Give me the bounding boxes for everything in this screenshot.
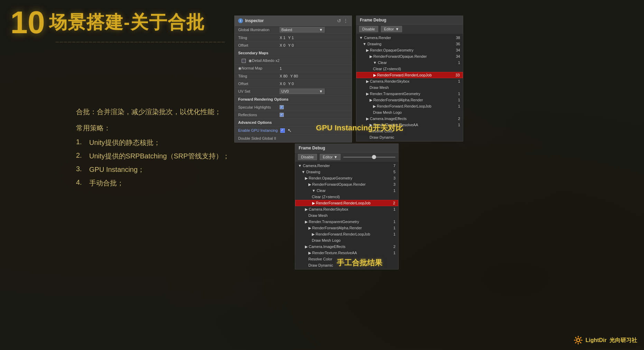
tree-item-label: ▶ RenderForward.RenderLoopJob (312, 232, 390, 237)
inspector-header-left: i Inspector (238, 18, 264, 23)
tree-item-count: 1 (390, 188, 398, 193)
fd-bottom-disable-btn[interactable]: Disable (298, 154, 317, 160)
tree-item-count: 1 (454, 92, 463, 96)
gi-dropdown[interactable]: Baked ▼ (280, 27, 325, 33)
detail-albedo-row: ◉Detail Albedo x2 (235, 57, 352, 65)
global-illumination-row: Global Illumination Baked ▼ (235, 26, 352, 34)
offset2-label: Offset (238, 82, 280, 86)
inspector-info-icon: i (238, 18, 243, 23)
tree-item: ▼ Camera.Render7 (295, 163, 398, 169)
main-description: 合批：合并渲染，减少渲染批次，以优化性能； (76, 107, 230, 117)
tree-item: Draw Mesh (356, 84, 463, 91)
fd-bottom-header: Frame Debug (295, 144, 398, 153)
reflections-label: Reflections (238, 113, 280, 117)
editor-chevron-icon: ▼ (395, 27, 399, 31)
double-sided-row: Double Sided Global Il (235, 135, 352, 142)
brand-area: 🔆 LightDir 光向研习社 (573, 336, 637, 345)
tree-item-label: Clear (Z+stencil) (373, 67, 454, 71)
tree-item[interactable]: ▶ RenderForward.RenderLoopJob33 (356, 72, 463, 78)
tiling-y-item: Y 1 (288, 36, 294, 40)
tree-item-label: ▼ Drawing (363, 42, 454, 46)
detail-albedo-icon (242, 59, 246, 63)
tree-item: ▼ Drawing36 (356, 41, 463, 47)
tree-item: ▼ Clear1 (295, 187, 398, 194)
reflections-checkbox[interactable] (280, 113, 284, 117)
tree-item-label: ▼ Camera.Render (298, 164, 390, 168)
tree-item: Draw Mesh (295, 212, 398, 219)
title-area: 10 场景搭建-关于合批 (10, 7, 205, 38)
tree-item-count: 3 (390, 176, 398, 180)
tree-item: ▶ RenderForwardOpaque.Render3 (295, 181, 398, 187)
tree-item-label: Draw Mesh Logo (373, 110, 454, 114)
list-item: 4.手动合批； (76, 178, 230, 188)
tree-item-label: ▶ RenderForwardOpaque.Render (370, 54, 454, 59)
gpu-instancing-label: Enable GPU Instancing (238, 128, 278, 132)
brand-icon: 🔆 (573, 336, 583, 345)
inspector-header-right: ↺ ⋮ (337, 18, 348, 24)
reflections-row: Reflections (235, 111, 352, 119)
normal-map-label: ◉Normal Map (238, 66, 280, 71)
secondary-maps-title: Secondary Maps (235, 49, 352, 57)
tree-item: ▼ Camera.Render38 (356, 35, 463, 41)
tree-item-count: 1 (390, 226, 398, 230)
inspector-reload-icon[interactable]: ↺ (337, 18, 341, 24)
fd-top-editor-btn[interactable]: Editor ▼ (381, 26, 402, 32)
tiling-xy: X 1 Y 1 (280, 36, 294, 40)
inspector-title: Inspector (245, 18, 264, 23)
tree-item-label: ▶ Render.TransparentGeometry (366, 92, 454, 96)
tree-item-count: 36 (454, 42, 463, 46)
tree-item: ▶ Render.OpaqueGeometry34 (356, 47, 463, 53)
frame-debug-bottom-panel: Frame Debug Disable Editor ▼ ▼ Camera.Re… (295, 144, 399, 269)
gpu-instancing-checkbox[interactable] (280, 128, 285, 133)
offset-row: Offset X 0 Y 0 (235, 42, 352, 49)
tree-item-count: 2 (389, 201, 398, 205)
brand-tagline: 光向研习社 (609, 337, 637, 344)
tree-item-label: ▶ RenderForward.RenderLoopJob (373, 73, 454, 77)
tree-item-count: 1 (454, 79, 463, 83)
uv-set-dropdown[interactable]: UV0 ▼ (280, 89, 325, 94)
tree-item-label: ▶ RenderTexture.ResolveAA (308, 251, 390, 255)
inspector-menu-icon[interactable]: ⋮ (343, 18, 348, 24)
normal-map-value: 1 (280, 66, 348, 71)
tree-item-count: 1 (390, 207, 398, 211)
tree-item-count: 2 (454, 117, 463, 121)
offset2-row: Offset X 0 Y 0 (235, 80, 352, 88)
tree-item-label: ▶ RenderForwardOpaque.Render (308, 182, 390, 187)
tree-item: ▼ Drawing5 (295, 169, 398, 175)
tree-item-label: Draw Mesh Logo (312, 238, 390, 242)
manual-merge-label: 手工合批结果 (290, 258, 429, 268)
tree-item-label: ▶ Render.TransparentGeometry (305, 220, 390, 224)
tree-item: Clear (Z+stencil) (356, 66, 463, 72)
tree-item[interactable]: ▶ RenderForward.RenderLoopJob2 (295, 200, 398, 206)
dropdown-arrow-icon: ▼ (319, 28, 323, 32)
fd-bottom-editor-btn[interactable]: Editor ▼ (320, 154, 341, 160)
tree-item-count: 34 (454, 48, 463, 52)
tree-item-count: 5 (390, 170, 398, 174)
specular-checkbox[interactable] (280, 105, 284, 109)
tree-item-label: ▶ Render.OpaqueGeometry (366, 48, 454, 53)
strategy-list: 1.Unity提供的静态核批； 2.Unity提供的SRPBatching（SR… (76, 138, 230, 188)
tree-item-label: ▶ Camera.RenderSkybox (366, 79, 454, 84)
tree-item: ▶ RenderForwardAlpha.Render1 (356, 97, 463, 103)
tree-item-count: 2 (390, 245, 398, 249)
tree-item-label: ▼ Camera.Render (359, 36, 454, 40)
tree-item: Draw Mesh Logo (356, 109, 463, 116)
tree-item: Clear (Z+stencil) (295, 194, 398, 200)
gi-label: Global Illumination (238, 28, 280, 32)
fd-bottom-toolbar: Disable Editor ▼ (295, 153, 398, 162)
page-container: 10 场景搭建-关于合批 一一一一一一一一一一一一一一一一一一一一一一一一一一一… (0, 0, 644, 350)
tree-item: ▶ Camera.ImageEffects2 (295, 243, 398, 250)
tree-item-count: 1 (390, 251, 398, 255)
uv-set-row: UV Set UV0 ▼ (235, 88, 352, 95)
left-content: 合批：合并渲染，减少渲染批次，以优化性能； 常用策略： 1.Unity提供的静态… (76, 107, 230, 192)
fd-bottom-slider[interactable] (343, 157, 395, 158)
list-item: 1.Unity提供的静态核批； (76, 138, 230, 147)
tiling-x-item: X 1 (280, 36, 286, 40)
forward-rendering-title: Forward Rendering Options (235, 95, 352, 103)
title-text: 场景搭建-关于合批 (49, 10, 205, 35)
offset-label: Offset (238, 43, 280, 47)
list-item: 2.Unity提供的SRPBatching（SRP管线支持）； (76, 151, 230, 161)
tree-item: ▶ Camera.ImageEffects2 (356, 116, 463, 122)
fd-top-disable-btn[interactable]: Disable (359, 26, 378, 32)
tree-item-count: 1 (390, 220, 398, 224)
